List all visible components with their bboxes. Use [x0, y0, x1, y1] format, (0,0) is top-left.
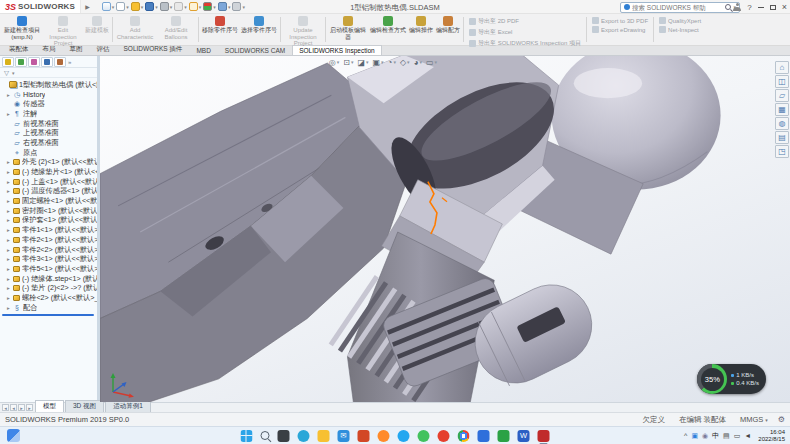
- edit-recipe-button[interactable]: 编辑配方: [435, 15, 461, 44]
- status-units-selector[interactable]: MMGS▾: [740, 415, 768, 424]
- close-button[interactable]: ×: [782, 3, 787, 12]
- search-taskbar-icon[interactable]: [261, 431, 270, 440]
- tree-end-bar[interactable]: [2, 314, 94, 316]
- qq-taskbar-icon[interactable]: [398, 430, 410, 442]
- view-palette-tab[interactable]: ▦: [775, 103, 789, 116]
- restore-button[interactable]: [770, 5, 776, 10]
- tree-item-密封圈-1-默认-[interactable]: ▸密封圈<1> (默认<<默认>_显示状: [0, 206, 97, 216]
- tree-item-配合[interactable]: ▸§配合: [0, 303, 97, 313]
- onedrive-tray-icon[interactable]: ▣: [691, 432, 698, 440]
- expand-arrow-icon[interactable]: ▸: [6, 266, 11, 272]
- tree-item--垫片-2-2[interactable]: ▸(-) 垫片 (2)<2> ->? (默认<<默认: [0, 283, 97, 293]
- more-tabs-button[interactable]: »: [68, 59, 71, 65]
- touch-keyboard-tray-icon[interactable]: ▭: [734, 432, 741, 440]
- expand-arrow-icon[interactable]: ▸: [6, 188, 11, 194]
- tree-item-零件3-1-默认-[interactable]: ▸零件3<1> (默认<<默认>_显示状态: [0, 254, 97, 264]
- displaymanager-tab[interactable]: [54, 57, 66, 67]
- scroll-tabs-right-button[interactable]: ▸: [18, 404, 25, 411]
- start-taskbar-icon[interactable]: [241, 430, 253, 442]
- tree-item-原点[interactable]: ⌖原点: [0, 148, 97, 158]
- 3d-model[interactable]: [100, 56, 790, 402]
- select-balloons-button[interactable]: 选择零件序号: [240, 15, 278, 44]
- launch-template-editor-button[interactable]: 启动模板编辑器: [328, 15, 368, 44]
- tree-item-外壳-2-1-默[interactable]: ▸外壳 (2)<1> (默认<<默认>_显示状: [0, 158, 97, 168]
- app-red-taskbar-icon[interactable]: [438, 430, 450, 442]
- taskbar-clock[interactable]: 16:04 2022/8/15: [758, 429, 785, 443]
- expand-arrow-icon[interactable]: ▸: [6, 92, 11, 98]
- expand-arrow-icon[interactable]: ▸: [6, 208, 11, 214]
- expand-arrow-icon[interactable]: ▸: [6, 111, 11, 117]
- edit-operation-button[interactable]: 编辑操作: [408, 15, 434, 44]
- tree-root-assembly[interactable]: 1型铝制散热电偶 (默认<默认_显示状: [0, 80, 97, 90]
- doc-tab-3d-视图[interactable]: 3D 视图: [65, 400, 104, 412]
- zoom-area-button[interactable]: ⊡▾: [343, 58, 353, 67]
- ribbon-tab-solidworks-插件[interactable]: SOLIDWORKS 插件: [117, 43, 190, 55]
- tree-item-零件2-2-默认-[interactable]: ▸零件2<2> (默认<<默认>_显示状态: [0, 245, 97, 255]
- expand-arrow-icon[interactable]: ▸: [6, 256, 11, 262]
- tree-item-固定螺栓-1-默认-[interactable]: ▸固定螺栓<1> (默认<<默认>_显示: [0, 196, 97, 206]
- zoom-fit-button[interactable]: ◎▾: [329, 58, 340, 67]
- expand-arrow-icon[interactable]: ▸: [6, 227, 11, 233]
- view-settings-button[interactable]: ▭▾: [426, 58, 437, 67]
- tree-item-history[interactable]: ▸◷History: [0, 90, 97, 100]
- display-settings-button[interactable]: ▾: [218, 2, 231, 11]
- ribbon-tab-mbd[interactable]: MBD: [189, 45, 217, 55]
- dimxpertmanager-tab[interactable]: [41, 57, 53, 67]
- tree-item-注解[interactable]: ▸¶注解: [0, 109, 97, 119]
- login-person-icon[interactable]: [733, 3, 741, 11]
- tree-item--绝缘垫片-1-[interactable]: ▸(-) 绝缘垫片<1> (默认<<默认>_显: [0, 167, 97, 177]
- ribbon-tab-评估[interactable]: 评估: [90, 43, 117, 55]
- performance-monitor-widget[interactable]: 35% 1 KB/s 0.4 KB/s: [697, 364, 766, 394]
- expand-arrow-icon[interactable]: ▸: [6, 169, 11, 175]
- solidworks-forum-tab[interactable]: ◳: [775, 145, 789, 158]
- notebook-taskbar-icon[interactable]: [478, 430, 490, 442]
- edit-inspection-method-button[interactable]: 编辑检查方式: [369, 15, 407, 44]
- expand-arrow-icon[interactable]: ▸: [6, 247, 11, 253]
- save-button[interactable]: ▾: [145, 2, 158, 11]
- print-button[interactable]: ▾: [160, 2, 173, 11]
- widgets-button[interactable]: [7, 429, 20, 442]
- firefox-taskbar-icon[interactable]: [378, 430, 390, 442]
- menu-flyout-arrow-icon[interactable]: ▶: [85, 3, 90, 10]
- expand-arrow-icon[interactable]: ▸: [6, 295, 11, 301]
- app-dark-taskbar-icon[interactable]: [278, 430, 290, 442]
- ime-mode-tray-icon[interactable]: ▤: [723, 432, 730, 440]
- new-inspection-project-button[interactable]: 新建检查项目 (smp.N): [2, 15, 42, 44]
- help-search-box[interactable]: ▾: [620, 2, 740, 13]
- wps-taskbar-icon[interactable]: [498, 430, 510, 442]
- app-green-taskbar-icon[interactable]: [418, 430, 430, 442]
- powerpoint-taskbar-icon[interactable]: [358, 430, 370, 442]
- expand-arrow-icon[interactable]: ▸: [6, 237, 11, 243]
- tree-item-右视基准面[interactable]: ▱右视基准面: [0, 138, 97, 148]
- minimize-button[interactable]: [758, 7, 764, 8]
- select-cursor-button[interactable]: ▾: [189, 2, 202, 11]
- configurationmanager-tab[interactable]: [28, 57, 40, 67]
- word-taskbar-icon[interactable]: W: [518, 430, 530, 442]
- rebuild-traffic-light-button[interactable]: ▾: [203, 2, 216, 11]
- ribbon-tab-solidworks-inspection[interactable]: SOLIDWORKS Inspection: [292, 45, 382, 55]
- options-gear-button[interactable]: ▾: [232, 2, 245, 11]
- tree-item-零件1-1-默认-[interactable]: ▸零件1<1> (默认<<默认>_显示状态: [0, 225, 97, 235]
- ime-language-tray-icon[interactable]: 中: [712, 432, 719, 440]
- ribbon-tab-solidworks-cam[interactable]: SOLIDWORKS CAM: [218, 45, 292, 55]
- file-explorer-tab[interactable]: ▱: [775, 89, 789, 102]
- expand-arrow-icon[interactable]: ▸: [6, 285, 11, 291]
- doc-tab-模型[interactable]: 模型: [35, 400, 64, 412]
- expand-arrow-icon[interactable]: ▸: [6, 217, 11, 223]
- expand-arrow-icon[interactable]: ▸: [6, 305, 11, 311]
- propertymanager-tab[interactable]: [15, 57, 27, 67]
- expand-arrow-icon[interactable]: ▸: [6, 179, 11, 185]
- mail-taskbar-icon[interactable]: ✉: [338, 430, 350, 442]
- tree-item-传感器[interactable]: ◉传感器: [0, 99, 97, 109]
- featuremanager-tab[interactable]: [2, 57, 14, 67]
- status-gear-icon[interactable]: ⚙: [778, 415, 785, 424]
- filter-funnel-icon[interactable]: ▽: [4, 69, 9, 77]
- chrome-taskbar-icon[interactable]: [458, 430, 470, 442]
- scroll-tabs-last-button[interactable]: ▸: [26, 404, 33, 411]
- edge-taskbar-icon[interactable]: [298, 430, 310, 442]
- filter-dropdown-icon[interactable]: ▾: [12, 70, 15, 76]
- tree-item-上视基准面[interactable]: ▱上视基准面: [0, 128, 97, 138]
- search-input[interactable]: [632, 4, 723, 11]
- expand-arrow-icon[interactable]: ▸: [6, 276, 11, 282]
- open-button[interactable]: ▾: [131, 2, 144, 11]
